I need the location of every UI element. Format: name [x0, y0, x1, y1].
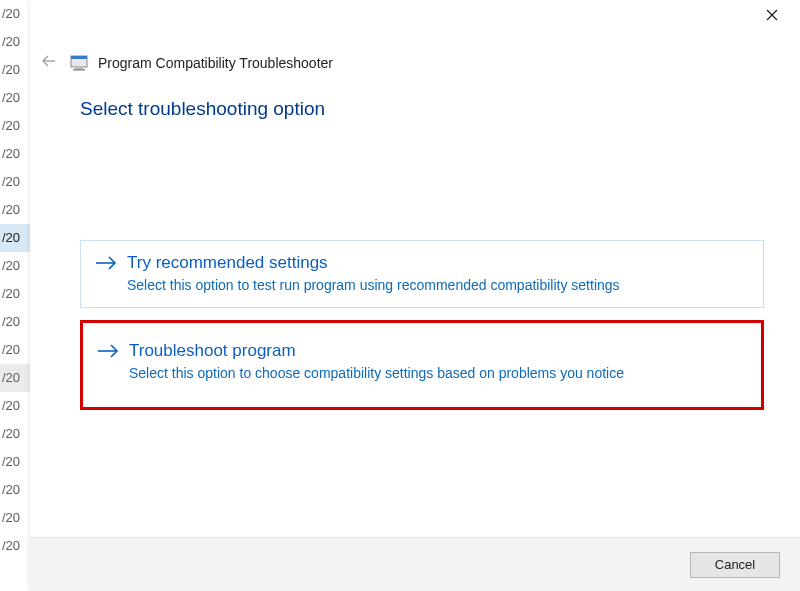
wizard-title: Program Compatibility Troubleshooter [98, 55, 333, 71]
close-button[interactable] [752, 2, 792, 30]
arrow-right-icon [95, 256, 117, 270]
dialog-footer: Cancel [30, 537, 800, 591]
background-list-item[interactable]: /20 [0, 112, 30, 140]
background-list-item[interactable]: /20 [0, 224, 30, 252]
background-list-item[interactable]: /20 [0, 504, 30, 532]
background-list-item[interactable]: /20 [0, 28, 30, 56]
option-title: Try recommended settings [127, 253, 328, 273]
option-troubleshoot-program[interactable]: Troubleshoot program Select this option … [80, 320, 764, 410]
background-list-item[interactable]: /20 [0, 140, 30, 168]
svg-rect-5 [75, 67, 83, 69]
background-list-item[interactable]: /20 [0, 196, 30, 224]
wizard-header: Program Compatibility Troubleshooter [30, 32, 800, 74]
background-list-item[interactable]: /20 [0, 84, 30, 112]
background-list-item[interactable]: /20 [0, 364, 30, 392]
cancel-button-label: Cancel [715, 557, 755, 572]
background-list-item[interactable]: /20 [0, 532, 30, 560]
close-icon [766, 7, 778, 25]
background-list-item[interactable]: /20 [0, 476, 30, 504]
background-list-item[interactable]: /20 [0, 0, 30, 28]
background-list-item[interactable]: /20 [0, 280, 30, 308]
background-list-item[interactable]: /20 [0, 420, 30, 448]
dialog-content: Select troubleshooting option Try recomm… [30, 74, 800, 537]
option-description: Select this option to test run program u… [127, 277, 749, 293]
background-list-item[interactable]: /20 [0, 56, 30, 84]
troubleshooter-dialog: Program Compatibility Troubleshooter Sel… [30, 0, 800, 591]
background-list: /20/20/20/20/20/20/20/20/20/20/20/20/20/… [0, 0, 30, 591]
background-list-item[interactable]: /20 [0, 252, 30, 280]
cancel-button[interactable]: Cancel [690, 552, 780, 578]
back-arrow-icon [40, 52, 58, 74]
option-title: Troubleshoot program [129, 341, 296, 361]
background-list-item[interactable]: /20 [0, 308, 30, 336]
background-list-item[interactable]: /20 [0, 448, 30, 476]
option-recommended-settings[interactable]: Try recommended settings Select this opt… [80, 240, 764, 308]
background-list-item[interactable]: /20 [0, 168, 30, 196]
titlebar [30, 0, 800, 32]
option-description: Select this option to choose compatibili… [129, 365, 747, 381]
svg-rect-6 [73, 69, 85, 71]
back-button[interactable] [38, 52, 60, 74]
background-list-item[interactable]: /20 [0, 392, 30, 420]
compatibility-icon [70, 54, 88, 72]
background-list-item[interactable]: /20 [0, 336, 30, 364]
svg-rect-4 [71, 56, 87, 59]
arrow-right-icon [97, 344, 119, 358]
page-heading: Select troubleshooting option [80, 98, 764, 120]
